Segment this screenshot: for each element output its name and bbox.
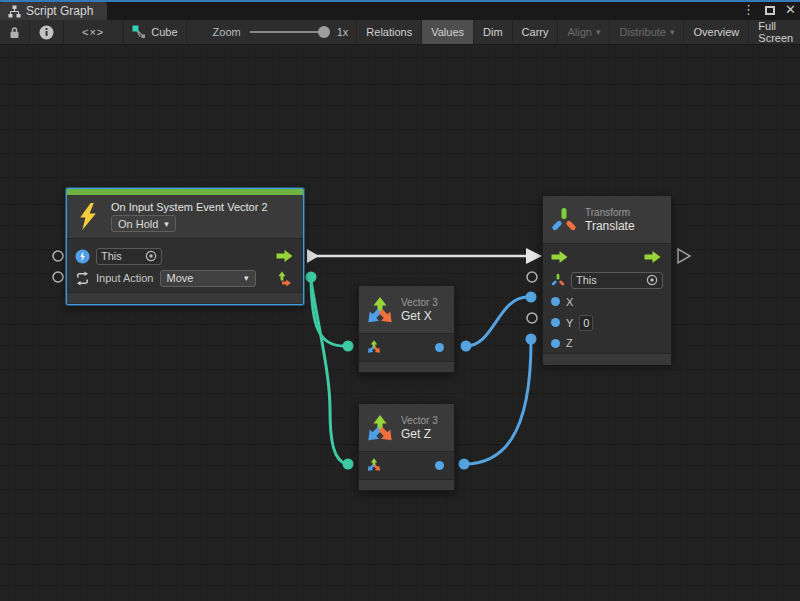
translate-header[interactable]: Transform Translate (543, 196, 671, 244)
x-port-icon[interactable] (551, 297, 560, 306)
wire-getz-to-translate-z[interactable] (464, 341, 531, 464)
vector2-output-port[interactable] (306, 272, 317, 283)
maximize-icon[interactable] (765, 6, 775, 15)
vector3-input-port-icon[interactable] (367, 458, 381, 472)
input-system-icon (75, 249, 90, 264)
translate-this-row: This (543, 269, 671, 291)
transform-input-port-icon[interactable] (551, 273, 565, 287)
button-label: Values (431, 26, 464, 38)
lock-button[interactable] (0, 20, 30, 44)
chevron-down-icon: ▾ (164, 219, 169, 229)
getx-port-row (359, 334, 454, 360)
object-picker-icon[interactable] (646, 274, 658, 286)
focused-window-highlight (0, 0, 800, 2)
control-output-port-icon[interactable] (644, 251, 661, 263)
button-label: Relations (366, 26, 412, 38)
event-action-unconnected-port[interactable] (53, 272, 63, 282)
zoom-value: 1x (337, 26, 349, 38)
this-value: This (101, 250, 122, 262)
button-label: Full Screen (758, 20, 793, 44)
this-value: This (576, 274, 597, 286)
getz-category: Vector 3 (401, 414, 438, 427)
control-output-port-icon[interactable] (276, 250, 293, 262)
wire-vector2-to-getz[interactable] (311, 281, 346, 464)
node-transform-translate[interactable]: Transform Translate This (542, 195, 672, 364)
y-port-icon[interactable] (551, 318, 560, 327)
translate-this-field[interactable]: This (571, 272, 663, 289)
getz-header[interactable]: Vector 3 Get Z (359, 404, 454, 452)
wire-getx-to-translate-x[interactable] (466, 297, 528, 346)
graph-asset-button[interactable]: Cube (124, 20, 186, 44)
align-button[interactable]: Align ▾ (557, 20, 609, 44)
event-mode-dropdown[interactable]: On Hold ▾ (111, 215, 176, 232)
z-port-icon[interactable] (551, 339, 560, 348)
panel-menu-icon[interactable]: ⋮ (742, 1, 755, 19)
input-action-icon (75, 271, 90, 286)
y-value-field[interactable]: 0 (579, 315, 593, 331)
event-node-footer (67, 292, 303, 303)
distribute-button[interactable]: Distribute ▾ (609, 20, 683, 44)
event-node-title: On Input System Event Vector 2 (111, 201, 268, 213)
chevron-down-icon: ▾ (596, 27, 601, 37)
getx-title: Get X (401, 309, 438, 324)
node-vector3-get-z[interactable]: Vector 3 Get Z (358, 403, 455, 491)
zoom-slider[interactable] (250, 31, 328, 33)
info-icon (39, 25, 54, 40)
button-label: Dim (483, 26, 503, 38)
node-on-input-system-event[interactable]: On Input System Event Vector 2 On Hold ▾… (66, 188, 304, 305)
vector2-output-port-icon[interactable] (277, 270, 292, 287)
close-icon[interactable]: ✕ (785, 1, 796, 19)
event-this-field[interactable]: This (96, 248, 162, 265)
getx-input-port[interactable] (343, 341, 354, 352)
values-button[interactable]: Values (421, 20, 473, 44)
getz-title: Get Z (401, 427, 438, 442)
translate-z-port-connection[interactable] (526, 334, 537, 345)
event-this-row: This (67, 245, 303, 267)
button-label: Carry (522, 26, 549, 38)
tab-bar: Script Graph ⋮ ✕ (0, 0, 800, 20)
object-picker-icon[interactable] (145, 250, 157, 262)
info-button[interactable] (30, 20, 64, 44)
event-node-header[interactable]: On Input System Event Vector 2 On Hold ▾ (67, 195, 303, 239)
y-port-label: Y (566, 317, 573, 329)
translate-exit-unconnected-port[interactable] (678, 249, 690, 263)
input-action-dropdown[interactable]: Move ▾ (160, 270, 256, 287)
getz-output-port[interactable] (459, 459, 470, 470)
getz-input-port[interactable] (343, 459, 354, 470)
event-action-row: Input Action Move ▾ (67, 267, 303, 289)
graph-canvas[interactable]: On Input System Event Vector 2 On Hold ▾… (0, 45, 800, 601)
zoom-slider-handle[interactable] (318, 26, 330, 38)
translate-category: Transform (585, 206, 635, 219)
zoom-label: Zoom (213, 26, 241, 38)
carry-button[interactable]: Carry (512, 20, 558, 44)
translate-title: Translate (585, 219, 635, 234)
translate-x-port-connection[interactable] (526, 292, 537, 303)
getx-header[interactable]: Vector 3 Get X (359, 286, 454, 334)
node-vector3-get-x[interactable]: Vector 3 Get X (358, 285, 455, 373)
translate-y-unconnected-port[interactable] (527, 313, 537, 323)
full-screen-button[interactable]: Full Screen (748, 20, 800, 44)
control-wire-end-arrow (526, 248, 542, 264)
lightning-bolt-icon (77, 203, 97, 230)
translate-this-unconnected-port[interactable] (527, 272, 537, 282)
vector3-input-port-icon[interactable] (367, 340, 381, 354)
event-this-unconnected-port[interactable] (53, 251, 63, 261)
vector3-icon (367, 297, 393, 323)
zoom-control: Zoom 1x (187, 20, 357, 44)
translate-control-row (543, 244, 671, 269)
overview-button[interactable]: Overview (683, 20, 748, 44)
event-mode-value: On Hold (118, 218, 158, 230)
getz-output-port-icon[interactable] (435, 461, 444, 470)
graph-asset-icon (132, 25, 146, 39)
control-input-port-icon[interactable] (551, 251, 568, 263)
dim-button[interactable]: Dim (473, 20, 512, 44)
getz-footer (359, 479, 454, 490)
input-action-value: Move (167, 272, 194, 284)
window-controls: ⋮ ✕ (742, 1, 796, 19)
tab-script-graph[interactable]: Script Graph (0, 2, 107, 20)
relations-button[interactable]: Relations (356, 20, 421, 44)
getx-output-port[interactable] (461, 341, 472, 352)
getx-footer (359, 361, 454, 372)
getx-output-port-icon[interactable] (435, 343, 444, 352)
edit-source-button[interactable]: <×> (64, 20, 123, 44)
